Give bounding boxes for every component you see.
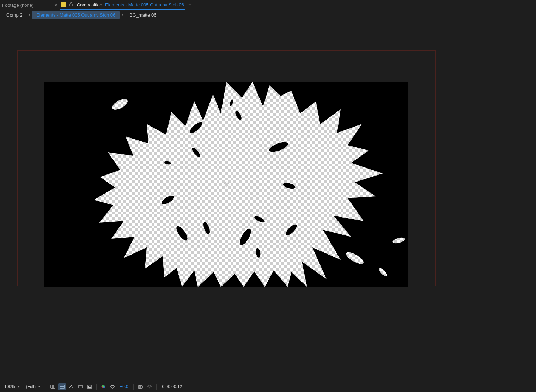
exposure-value[interactable]: +0.0 xyxy=(118,384,130,389)
reset-exposure-icon[interactable] xyxy=(109,383,116,390)
transparency-grid-icon[interactable] xyxy=(58,383,66,390)
breadcrumb-comp2[interactable]: Comp 2 xyxy=(2,11,27,19)
toolbar-divider xyxy=(46,384,46,390)
svg-rect-29 xyxy=(87,385,92,388)
unlock-icon[interactable] xyxy=(68,1,74,8)
svg-point-36 xyxy=(139,386,141,388)
fast-previews-icon[interactable] xyxy=(49,383,57,390)
breadcrumb-elements-matte[interactable]: Elements - Matte 005 Out aInv Stch 06 xyxy=(32,11,120,19)
breadcrumb-bg-matte[interactable]: BG_matte 06 xyxy=(125,11,161,19)
toolbar-divider xyxy=(96,384,97,390)
svg-point-37 xyxy=(149,386,150,387)
tab-body: Composition Elements - Matte 005 Out aIn… xyxy=(60,0,185,10)
svg-rect-26 xyxy=(51,385,55,388)
composition-type-label: Composition xyxy=(77,2,102,7)
composition-viewer[interactable] xyxy=(0,20,536,381)
chevron-left-icon[interactable]: ‹ xyxy=(120,13,125,17)
chevron-down-icon: ▼ xyxy=(38,385,41,388)
grid-guides-icon[interactable] xyxy=(86,383,93,390)
canvas-content xyxy=(44,82,408,287)
magnification-dropdown[interactable]: 100% ▼ xyxy=(2,384,23,390)
svg-point-33 xyxy=(102,385,104,387)
chevron-left-icon[interactable]: ‹ xyxy=(27,13,32,17)
panel-menu-icon[interactable]: ≡ xyxy=(185,0,194,10)
resolution-dropdown[interactable]: (Full) ▼ xyxy=(24,384,43,390)
show-snapshot-icon[interactable] xyxy=(146,383,153,390)
comp-color-swatch xyxy=(61,2,66,7)
toolbar-divider xyxy=(156,384,157,390)
close-icon[interactable]: × xyxy=(52,0,60,10)
tab-composition[interactable]: × Composition Elements - Matte 005 Out a… xyxy=(52,0,194,10)
region-of-interest-icon[interactable] xyxy=(77,383,84,390)
panel-header: Footage (none) × Composition Elements - … xyxy=(0,0,536,10)
timecode-display[interactable]: 0:00:00:12 xyxy=(159,384,185,389)
resolution-value: (Full) xyxy=(26,384,36,389)
channel-icon[interactable] xyxy=(99,383,107,390)
mask-visibility-icon[interactable] xyxy=(67,383,75,390)
footage-label: Footage xyxy=(2,2,19,8)
toolbar-divider xyxy=(133,384,134,390)
magnification-value: 100% xyxy=(4,384,15,389)
svg-rect-25 xyxy=(44,82,408,287)
viewer-toolbar: 100% ▼ (Full) ▼ +0.0 0:00:00:12 xyxy=(0,381,536,392)
svg-rect-28 xyxy=(79,385,82,388)
snapshot-icon[interactable] xyxy=(136,383,144,390)
breadcrumb-bar: Comp 2 ‹ Elements - Matte 005 Out aInv S… xyxy=(0,10,536,20)
footage-value: (none) xyxy=(20,2,34,8)
svg-rect-0 xyxy=(70,4,73,6)
svg-rect-30 xyxy=(88,386,91,388)
composition-canvas[interactable] xyxy=(44,82,408,287)
chevron-down-icon: ▼ xyxy=(17,385,20,388)
composition-name[interactable]: Elements - Matte 005 Out aInv Stch 06 xyxy=(105,2,184,7)
